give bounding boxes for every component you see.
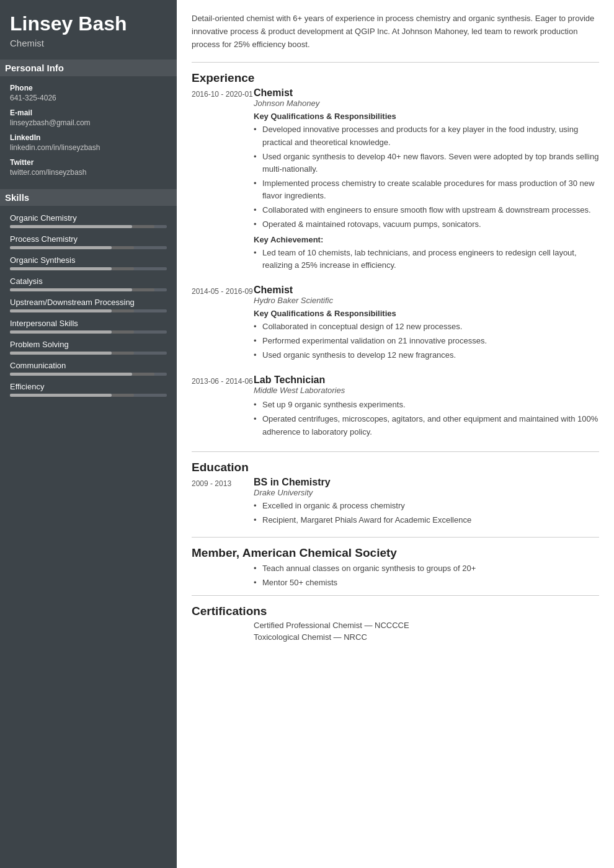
candidate-title: Chemist (10, 38, 167, 48)
edu-degree: BS in Chemistry (254, 477, 599, 488)
skill-bar-marker (112, 309, 133, 312)
exp-bullet: Used organic synthesis to develop 12 new… (254, 349, 599, 361)
skill-bar-marker (112, 352, 133, 355)
education-list: 2009 - 2013 BS in Chemistry Drake Univer… (192, 477, 599, 528)
membership-bullet: Mentor 50+ chemists (254, 577, 599, 589)
skill-bar-fill (10, 246, 112, 249)
skill-item: Organic Chemistry (10, 213, 167, 228)
skills-list: Organic Chemistry Process Chemistry Orga… (10, 213, 167, 397)
skill-bar-fill (10, 352, 112, 355)
edu-bullets: Excelled in organic & process chemistryR… (254, 500, 599, 526)
skill-name: Interpersonal Skills (10, 319, 167, 328)
skill-bar (10, 394, 167, 397)
skills-section: Skills Organic Chemistry Process Chemist… (10, 189, 167, 397)
exp-content: Lab Technician Middle West Laboratories … (254, 374, 599, 440)
skill-name: Catalysis (10, 277, 167, 286)
sidebar: Linsey Bash Chemist Personal Info Phone … (0, 0, 177, 868)
edu-bullet: Excelled in organic & process chemistry (254, 500, 599, 512)
exp-bullet: Operated centrifuges, microscopes, agita… (254, 413, 599, 438)
skill-name: Organic Synthesis (10, 255, 167, 265)
certifications-list: Certified Professional Chemist — NCCCCET… (192, 621, 599, 642)
skill-bar (10, 352, 167, 355)
skill-name: Upstream/Downstream Processing (10, 298, 167, 307)
skill-bar (10, 267, 167, 270)
certification-item: Toxicological Chemist — NRCC (254, 632, 599, 642)
membership-block: Teach annual classes on organic synthesi… (192, 562, 599, 589)
skill-bar-marker (112, 267, 133, 270)
qual-heading: Key Qualifications & Responsibilities (254, 309, 599, 318)
skill-bar-fill (10, 394, 112, 397)
experience-list: 2016-10 - 2020-01 Chemist Johnson Mahone… (192, 87, 599, 440)
exp-job-title: Chemist (254, 285, 599, 296)
twitter-value: twitter.com/linseyzbash (10, 168, 167, 177)
skill-item: Catalysis (10, 277, 167, 291)
exp-company: Hydro Baker Scientific (254, 296, 599, 305)
skill-bar-marker (132, 288, 154, 291)
skill-name: Communication (10, 361, 167, 370)
summary: Detail-oriented chemist with 6+ years of… (192, 12, 599, 51)
edu-bullet: Recipient, Margaret Phials Award for Aca… (254, 514, 599, 526)
skill-item: Organic Synthesis (10, 255, 167, 270)
skill-item: Efficiency (10, 382, 167, 397)
skill-bar-marker (132, 225, 154, 228)
exp-bullet: Implemented process chemistry to create … (254, 177, 599, 202)
skill-bar (10, 225, 167, 228)
exp-bullet: Set up 9 organic synthesis experiments. (254, 399, 599, 411)
skill-item: Upstream/Downstream Processing (10, 298, 167, 312)
personal-info-section-title: Personal Info (0, 60, 177, 76)
exp-content: Chemist Johnson Mahoney Key Qualificatio… (254, 87, 599, 273)
skill-name: Efficiency (10, 382, 167, 391)
education-block: 2009 - 2013 BS in Chemistry Drake Univer… (192, 477, 599, 528)
skill-name: Problem Solving (10, 340, 167, 349)
exp-date: 2013-06 - 2014-06 (192, 374, 254, 440)
exp-company: Johnson Mahoney (254, 99, 599, 108)
achievement-bullets: Led team of 10 chemists, lab technicians… (254, 247, 599, 272)
email-value: linseyzbash@gmail.com (10, 118, 167, 127)
skill-bar-fill (10, 330, 112, 334)
skill-bar-fill (10, 288, 132, 291)
exp-bullet: Collaborated with engineers to ensure sm… (254, 204, 599, 216)
skill-item: Process Chemistry (10, 234, 167, 249)
skill-bar-fill (10, 309, 112, 312)
skills-section-title: Skills (0, 189, 177, 206)
exp-date: 2016-10 - 2020-01 (192, 87, 254, 273)
skill-bar (10, 288, 167, 291)
skill-bar-marker (112, 394, 133, 397)
skill-bar (10, 373, 167, 376)
skill-bar (10, 246, 167, 249)
skill-bar-fill (10, 373, 132, 376)
membership-heading: Member, American Chemical Society (192, 546, 599, 560)
exp-job-title: Chemist (254, 87, 599, 99)
skill-item: Problem Solving (10, 340, 167, 355)
linkedin-label: LinkedIn (10, 133, 167, 142)
exp-bullet: Operated & maintained rotovaps, vacuum p… (254, 218, 599, 231)
phone-value: 641-325-4026 (10, 94, 167, 102)
exp-job-title: Lab Technician (254, 374, 599, 386)
exp-bullets: Collaborated in conceptual design of 12 … (254, 321, 599, 361)
skill-bar (10, 309, 167, 312)
achievement-heading: Key Achievement: (254, 235, 599, 244)
exp-bullet: Performed experimental validation on 21 … (254, 335, 599, 347)
skill-item: Communication (10, 361, 167, 376)
skill-name: Process Chemistry (10, 234, 167, 244)
experience-heading: Experience (192, 71, 599, 85)
exp-bullet: Used organic synthesis to develop 40+ ne… (254, 151, 599, 175)
exp-bullet: Collaborated in conceptual design of 12 … (254, 321, 599, 333)
edu-content: BS in Chemistry Drake University Excelle… (254, 477, 599, 528)
membership-bullets: Teach annual classes on organic synthesi… (254, 562, 599, 589)
experience-block: 2013-06 - 2014-06 Lab Technician Middle … (192, 374, 599, 440)
candidate-name: Linsey Bash (10, 12, 167, 35)
education-heading: Education (192, 461, 599, 474)
skill-bar-fill (10, 267, 112, 270)
skill-bar (10, 330, 167, 334)
experience-block: 2014-05 - 2016-09 Chemist Hydro Baker Sc… (192, 285, 599, 363)
certification-item: Certified Professional Chemist — NCCCCE (254, 621, 599, 630)
skill-bar-marker (112, 330, 133, 334)
skill-item: Interpersonal Skills (10, 319, 167, 334)
exp-bullets: Set up 9 organic synthesis experiments.O… (254, 399, 599, 438)
edu-school: Drake University (254, 488, 599, 497)
exp-bullets: Developed innovative processes and produ… (254, 123, 599, 231)
edu-date: 2009 - 2013 (192, 477, 254, 528)
email-label: E-mail (10, 108, 167, 117)
linkedin-value: linkedin.com/in/linseyzbash (10, 143, 167, 152)
